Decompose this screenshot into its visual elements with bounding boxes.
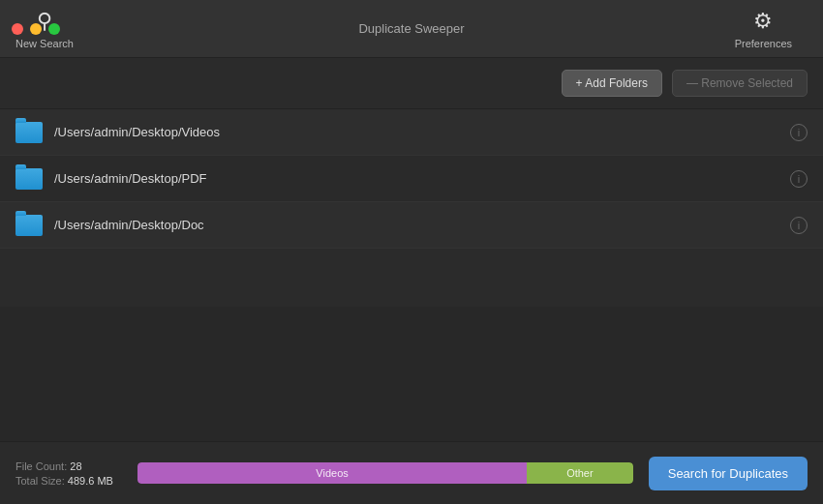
total-size-label: Total Size: <box>15 475 65 487</box>
file-count-value: 28 <box>70 460 81 472</box>
folder-row: /Users/admin/Desktop/Doc i <box>0 202 823 249</box>
remove-selected-button[interactable]: — Remove Selected <box>672 70 808 97</box>
storage-bar: Videos Other <box>137 462 633 484</box>
bottom-bar: File Count: 28 Total Size: 489.6 MB Vide… <box>0 441 823 504</box>
info-icon: i <box>798 173 800 185</box>
search-icon: ⚲ <box>37 9 52 34</box>
other-segment: Other <box>527 462 633 484</box>
videos-label: Videos <box>316 467 348 479</box>
title-bar: Duplicate Sweeper ⚲ New Search ⚙ Prefere… <box>0 0 823 58</box>
total-size-value: 489.6 MB <box>68 475 113 487</box>
folder-info-button[interactable]: i <box>790 124 808 141</box>
other-label: Other <box>566 467 594 479</box>
folder-info-button[interactable]: i <box>790 217 808 234</box>
file-stats: File Count: 28 Total Size: 489.6 MB <box>15 460 122 487</box>
folder-row: /Users/admin/Desktop/Videos i <box>0 109 823 156</box>
folder-info-button[interactable]: i <box>790 170 808 188</box>
gear-icon: ⚙ <box>753 9 773 34</box>
total-size-line: Total Size: 489.6 MB <box>15 475 122 487</box>
action-bar: + Add Folders — Remove Selected <box>0 58 823 109</box>
folder-path: /Users/admin/Desktop/Videos <box>54 125 790 139</box>
left-toolbar: ⚲ New Search <box>0 0 89 58</box>
folder-icon <box>15 215 43 236</box>
file-count-label: File Count: <box>15 460 67 472</box>
add-folders-button[interactable]: + Add Folders <box>562 70 662 97</box>
folder-row: /Users/admin/Desktop/PDF i <box>0 156 823 202</box>
folder-path: /Users/admin/Desktop/PDF <box>54 171 790 186</box>
folder-list: /Users/admin/Desktop/Videos i /Users/adm… <box>0 109 823 307</box>
videos-segment: Videos <box>137 462 527 484</box>
new-search-button[interactable]: ⚲ New Search <box>0 1 89 57</box>
file-count-line: File Count: 28 <box>15 460 122 472</box>
window-title: Duplicate Sweeper <box>358 21 464 36</box>
new-search-label: New Search <box>15 38 74 49</box>
main-content: + Add Folders — Remove Selected /Users/a… <box>0 58 823 504</box>
folder-icon <box>15 168 43 190</box>
info-icon: i <box>798 127 800 138</box>
folder-path: /Users/admin/Desktop/Doc <box>54 218 790 232</box>
preferences-button[interactable]: ⚙ Preferences <box>719 1 808 57</box>
folder-icon <box>15 122 43 143</box>
info-icon: i <box>798 220 800 231</box>
right-toolbar: ⚙ Preferences <box>719 0 823 58</box>
search-duplicates-button[interactable]: Search for Duplicates <box>649 457 808 490</box>
preferences-label: Preferences <box>735 38 792 49</box>
